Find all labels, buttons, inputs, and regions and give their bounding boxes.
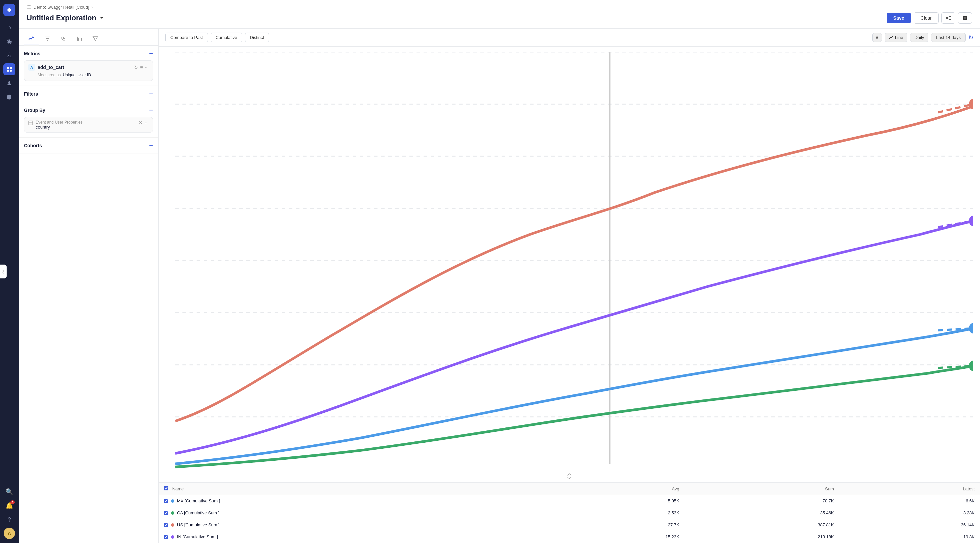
compare-to-past-button[interactable]: Compare to Past bbox=[165, 33, 208, 42]
groupby-property-title: Event and User Properties bbox=[36, 120, 136, 125]
breadcrumb-chevron: › bbox=[91, 5, 93, 10]
select-all-checkbox[interactable] bbox=[164, 486, 168, 491]
tab-breakdown[interactable] bbox=[72, 33, 87, 45]
bell-badge: 5 bbox=[10, 500, 15, 504]
nav-database[interactable] bbox=[3, 91, 15, 103]
groupby-more-icon[interactable]: ··· bbox=[145, 120, 149, 125]
cumulative-button[interactable]: Cumulative bbox=[211, 33, 242, 42]
nav-people[interactable] bbox=[3, 77, 15, 89]
row-latest-1: 3.28K bbox=[839, 507, 980, 519]
data-table: Name Avg Sum Latest MX [Cumulative Sum ] bbox=[159, 483, 980, 543]
groupby-table-icon bbox=[28, 121, 33, 126]
table-row: MX [Cumulative Sum ] 5.05K 70.7K 6.6K bbox=[159, 495, 980, 507]
col-header-sum[interactable]: Sum bbox=[685, 483, 839, 495]
svg-rect-15 bbox=[78, 38, 79, 41]
nav-home[interactable]: ⌂ bbox=[3, 21, 15, 33]
body-layout: Metrics + A add_to_cart ↻ ≡ ··· Mea bbox=[19, 29, 980, 543]
metric-item: A add_to_cart ↻ ≡ ··· Measured as Unique… bbox=[24, 60, 153, 81]
nav-help[interactable]: ? bbox=[3, 514, 15, 526]
page-title[interactable]: Untitled Exploration bbox=[27, 14, 104, 22]
row-name-3: IN [Cumulative Sum ] bbox=[177, 534, 218, 539]
metric-header: A add_to_cart ↻ ≡ ··· bbox=[28, 64, 149, 71]
row-sum-2: 387.81K bbox=[685, 519, 839, 531]
hash-button[interactable]: # bbox=[872, 33, 882, 42]
chart-resize-handle[interactable] bbox=[567, 473, 572, 479]
svg-rect-0 bbox=[7, 67, 9, 69]
tab-clip[interactable] bbox=[56, 33, 71, 45]
user-id-value[interactable]: User ID bbox=[77, 73, 91, 77]
row-avg-3: 15.23K bbox=[544, 531, 685, 543]
nav-users[interactable]: ◉ bbox=[3, 35, 15, 47]
groupby-property-value: country bbox=[36, 125, 136, 130]
measured-as-value[interactable]: Unique bbox=[63, 73, 75, 77]
row-latest-3: 19.8K bbox=[839, 531, 980, 543]
main-content: Demo: Swaggr Retail [Cloud] › Untitled E… bbox=[19, 0, 980, 543]
filters-section-header[interactable]: Filters + bbox=[24, 90, 153, 97]
tab-funnel[interactable] bbox=[88, 33, 103, 45]
distinct-button[interactable]: Distinct bbox=[245, 33, 269, 42]
svg-point-44 bbox=[969, 323, 973, 333]
tab-metrics[interactable] bbox=[24, 33, 39, 45]
groupby-text: Event and User Properties country bbox=[36, 120, 136, 130]
chart-area: Compare to Past Cumulative Distinct # Li… bbox=[159, 29, 980, 543]
title-row: Untitled Exploration Save Clear bbox=[27, 12, 972, 28]
metric-filter-icon[interactable]: ≡ bbox=[140, 65, 143, 70]
daily-button[interactable]: Daily bbox=[910, 33, 928, 42]
row-checkbox-0[interactable] bbox=[164, 499, 168, 503]
tab-filters[interactable] bbox=[40, 33, 55, 45]
chart-svg: 40K 35K 30K 25K 20K 15K 10K 5K 0 bbox=[175, 52, 973, 469]
row-checkbox-1[interactable] bbox=[164, 511, 168, 515]
app-logo[interactable] bbox=[3, 4, 15, 16]
row-color-dot-2 bbox=[171, 523, 174, 527]
metric-more-icon[interactable]: ··· bbox=[145, 65, 149, 70]
chart-wrapper: 40K 35K 30K 25K 20K 15K 10K 5K 0 bbox=[159, 47, 980, 483]
filters-add-button[interactable]: + bbox=[149, 90, 153, 97]
table-row: CA [Cumulative Sum ] 2.53K 35.46K 3.28K bbox=[159, 507, 980, 519]
groupby-section-header[interactable]: Group By + bbox=[24, 107, 153, 114]
cohorts-section-header[interactable]: Cohorts + bbox=[24, 142, 153, 149]
breadcrumb-project[interactable]: Demo: Swaggr Retail [Cloud] bbox=[33, 5, 89, 10]
nav-experiments[interactable] bbox=[3, 49, 15, 61]
svg-rect-1 bbox=[10, 67, 12, 69]
share-button[interactable] bbox=[941, 12, 955, 24]
svg-rect-12 bbox=[963, 18, 965, 20]
row-latest-0: 6.6K bbox=[839, 495, 980, 507]
nav-search[interactable]: 🔍 bbox=[3, 486, 15, 498]
svg-rect-6 bbox=[27, 6, 31, 9]
groupby-add-button[interactable]: + bbox=[149, 107, 153, 114]
row-name-0: MX [Cumulative Sum ] bbox=[177, 499, 220, 503]
date-range-button[interactable]: Last 14 days bbox=[931, 33, 966, 42]
groupby-remove-icon[interactable]: ✕ bbox=[138, 120, 143, 125]
save-button[interactable]: Save bbox=[887, 13, 911, 23]
metric-sub: Measured as Unique User ID bbox=[28, 73, 149, 77]
row-name-cell: CA [Cumulative Sum ] bbox=[159, 507, 544, 519]
line-chart-button[interactable]: Line bbox=[885, 33, 908, 42]
svg-point-42 bbox=[969, 216, 973, 226]
metric-name: add_to_cart bbox=[38, 65, 131, 70]
nav-bell-wrap: 🔔 5 bbox=[3, 500, 15, 512]
metrics-add-button[interactable]: + bbox=[149, 50, 153, 57]
metrics-section-header[interactable]: Metrics + bbox=[24, 50, 153, 57]
cohorts-add-button[interactable]: + bbox=[149, 142, 153, 149]
groupby-item: Event and User Properties country ✕ ··· bbox=[24, 117, 153, 133]
col-header-avg[interactable]: Avg bbox=[544, 483, 685, 495]
row-checkbox-3[interactable] bbox=[164, 535, 168, 539]
title-actions: Save Clear bbox=[887, 12, 972, 24]
metric-refresh-icon[interactable]: ↻ bbox=[134, 65, 138, 70]
svg-rect-11 bbox=[965, 16, 967, 17]
left-panel: Metrics + A add_to_cart ↻ ≡ ··· Mea bbox=[19, 29, 159, 543]
panel-tabs bbox=[19, 29, 158, 46]
grid-button[interactable] bbox=[958, 12, 972, 24]
refresh-button[interactable]: ↻ bbox=[968, 34, 973, 41]
col-header-latest[interactable]: Latest bbox=[839, 483, 980, 495]
svg-point-9 bbox=[949, 19, 951, 20]
row-checkbox-2[interactable] bbox=[164, 523, 168, 527]
clear-button[interactable]: Clear bbox=[914, 12, 939, 24]
user-avatar[interactable]: A bbox=[4, 528, 15, 539]
metrics-title: Metrics bbox=[24, 51, 40, 56]
row-sum-1: 35.46K bbox=[685, 507, 839, 519]
groupby-section: Group By + Event and User Properties cou… bbox=[19, 102, 158, 138]
nav-explore[interactable] bbox=[3, 63, 15, 75]
svg-rect-17 bbox=[81, 38, 82, 41]
row-color-dot-0 bbox=[171, 499, 174, 503]
